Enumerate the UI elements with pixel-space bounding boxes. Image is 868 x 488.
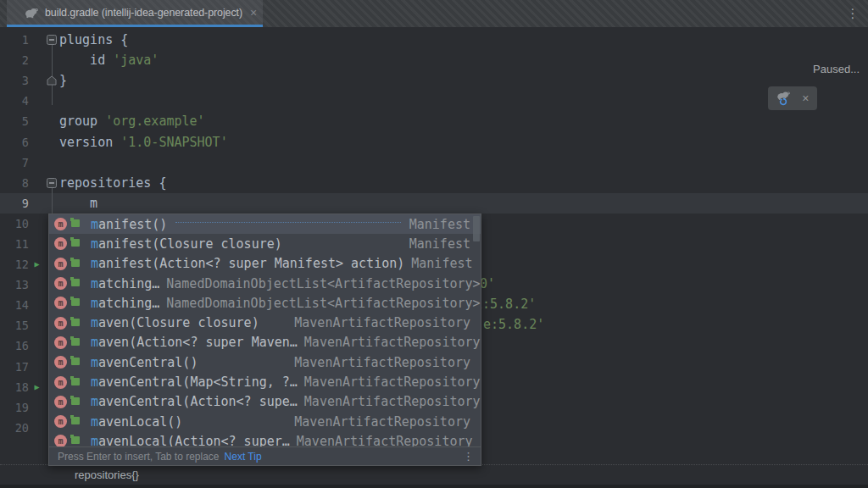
gradle-icon <box>24 6 39 19</box>
line-number: 19 <box>0 401 29 414</box>
completion-item[interactable]: m mavenCentral(Action<? supe… MavenArtif… <box>49 392 481 412</box>
method-icon: m <box>54 415 67 428</box>
line-number: 10 <box>0 217 29 230</box>
completion-item[interactable]: m manifest(Action<? super Manifest> acti… <box>49 254 481 274</box>
load-gradle-changes-button[interactable] <box>776 90 793 107</box>
line-number: 12 <box>0 258 29 271</box>
completion-item[interactable]: m matching… NamedDomainObjectList<Artifa… <box>49 274 481 293</box>
completion-hint: Press Enter to insert, Tab to replace <box>58 451 220 463</box>
code-line-8: 8 repositories { <box>0 173 868 193</box>
return-type: Manifest <box>409 217 470 232</box>
method-icon: m <box>54 218 67 230</box>
completion-item[interactable]: m maven(Closure closure) MavenArtifactRe… <box>49 313 481 332</box>
code-completion-popup: m manifest() Manifest m manifest(Closure… <box>48 214 481 466</box>
tab-build-gradle[interactable]: build.gradle (intellij-idea-generated-pr… <box>7 0 263 27</box>
line-number: 2 <box>0 53 29 67</box>
completion-item[interactable]: m maven(Action<? super Maven… MavenArtif… <box>49 333 481 352</box>
return-type: MavenArtifactRepository <box>304 335 481 350</box>
line-number: 3 <box>0 74 29 87</box>
tab-bar-options-icon[interactable]: ⋮ <box>846 4 860 23</box>
completion-footer: Press Enter to insert, Tab to replace Ne… <box>49 446 481 465</box>
method-icon: m <box>54 376 67 389</box>
line-number: 11 <box>0 237 29 251</box>
ide-window: build.gradle (intellij-idea-generated-pr… <box>0 0 868 488</box>
code-line-5: 5 group 'org.example' <box>0 111 868 131</box>
code-line-1: 1 plugins { <box>0 30 868 50</box>
code-text: } <box>58 73 67 88</box>
return-type: MavenArtifactRepository <box>294 315 470 330</box>
sync-icon <box>780 97 787 105</box>
line-number: 18 <box>0 380 29 394</box>
code-line-7: 7 <box>0 152 868 173</box>
line-number: 16 <box>0 339 29 352</box>
fold-collapse-icon[interactable] <box>45 178 58 188</box>
return-type: Manifest <box>409 236 470 252</box>
line-number: 20 <box>0 421 29 435</box>
completion-item[interactable]: m mavenCentral() MavenArtifactRepository <box>49 352 481 372</box>
code-line-9: 9 m <box>0 193 868 214</box>
code-text: version '1.0-SNAPSHOT' <box>58 135 228 150</box>
breadcrumb-bar: repositories{} <box>0 464 868 485</box>
return-type: MavenArtifactRepository <box>294 414 470 430</box>
line-number: 14 <box>0 298 29 312</box>
return-type: MavenArtifactRepository <box>304 374 481 390</box>
line-number: 6 <box>0 136 29 149</box>
method-icon: m <box>54 297 67 309</box>
completion-item[interactable]: m manifest(Closure closure) Manifest <box>49 234 481 253</box>
line-number: 5 <box>0 114 29 128</box>
tab-close-icon[interactable]: × <box>250 6 257 19</box>
code-line-3: 3 } <box>0 70 868 91</box>
method-icon: m <box>54 336 67 349</box>
string-fragment: 0' <box>480 276 495 291</box>
load-gradle-changes-widget: × <box>768 86 817 110</box>
line-number: 15 <box>0 319 29 332</box>
string-fragment: e:5.8.2' <box>483 317 544 332</box>
dismiss-reload-icon[interactable]: × <box>802 92 809 105</box>
paused-status-label: Paused... <box>813 63 860 75</box>
breadcrumb-repositories[interactable]: repositories{} <box>75 469 139 481</box>
completion-item[interactable]: m mavenLocal() MavenArtifactRepository <box>49 412 481 431</box>
code-text: repositories { <box>58 175 166 191</box>
dotted-leader <box>175 222 400 223</box>
return-type: MavenArtifactRepository <box>294 355 470 370</box>
line-number: 1 <box>0 33 29 47</box>
fold-end-icon[interactable] <box>45 75 58 86</box>
completion-list: m manifest() Manifest m manifest(Closure… <box>49 214 481 446</box>
return-type: NamedDomainObjectList<ArtifactRepository… <box>166 296 480 311</box>
editor-tab-bar: build.gradle (intellij-idea-generated-pr… <box>0 0 868 27</box>
popup-scrollbar-thumb[interactable] <box>473 216 480 241</box>
method-icon: m <box>54 396 67 408</box>
completion-item[interactable]: m mavenLocal(Action<? super… MavenArtifa… <box>49 431 481 446</box>
return-type: NamedDomainObjectList<ArtifactRepository… <box>166 276 480 291</box>
completion-item[interactable]: m mavenCentral(Map<String, ?… MavenArtif… <box>49 372 481 391</box>
return-type: MavenArtifactRepository <box>297 434 473 446</box>
code-line-4: 4 <box>0 91 868 111</box>
code-text: id 'java' <box>58 53 159 68</box>
fold-collapse-icon[interactable] <box>45 35 58 45</box>
status-bar-strip <box>0 485 868 488</box>
code-line-2: 2 id 'java' <box>0 50 868 70</box>
line-number-current: 9 <box>0 197 29 210</box>
line-number: 17 <box>0 360 29 374</box>
code-text: plugins { <box>58 32 128 47</box>
method-icon: m <box>54 237 67 250</box>
method-icon: m <box>54 258 67 270</box>
line-number: 7 <box>0 156 29 169</box>
tab-title: build.gradle (intellij-idea-generated-pr… <box>45 7 242 19</box>
popup-options-icon[interactable]: ⋮ <box>463 450 474 463</box>
completion-item[interactable]: m matching… NamedDomainObjectList<Artifa… <box>49 293 481 313</box>
run-gutter-icon[interactable]: ▶ <box>34 383 39 391</box>
string-fragment: i:5.8.2' <box>475 297 536 312</box>
code-text: group 'org.example' <box>58 114 205 129</box>
method-icon: m <box>54 435 67 446</box>
return-type: Manifest <box>411 256 472 271</box>
method-icon: m <box>54 317 67 330</box>
line-number: 4 <box>0 94 29 108</box>
completion-item-selected[interactable]: m manifest() Manifest <box>49 214 481 234</box>
line-number: 13 <box>0 278 29 291</box>
run-gutter-icon[interactable]: ▶ <box>34 260 39 269</box>
method-icon: m <box>54 277 67 290</box>
return-type: MavenArtifactRepository <box>304 394 481 409</box>
next-tip-link[interactable]: Next Tip <box>225 451 262 463</box>
code-line-6: 6 version '1.0-SNAPSHOT' <box>0 131 868 152</box>
